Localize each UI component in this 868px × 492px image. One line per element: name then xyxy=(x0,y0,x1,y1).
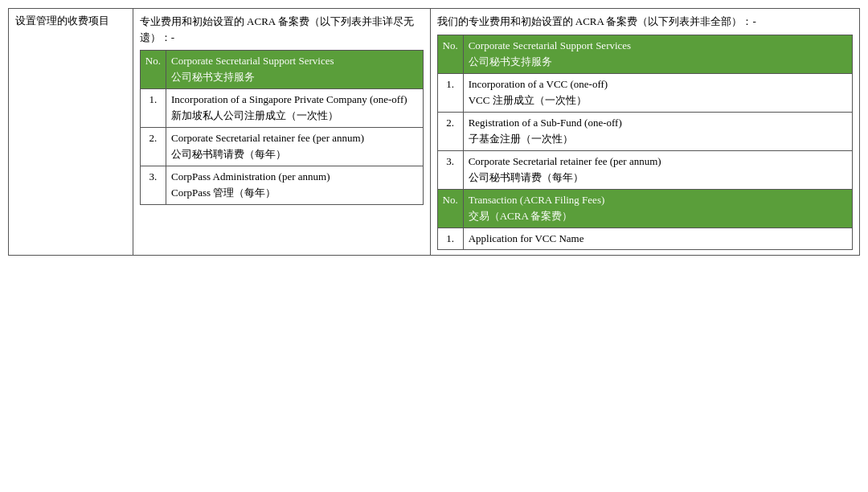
table-row: 1. Incorporation of a VCC (one-off) VCC … xyxy=(437,73,852,112)
col3-preamble: 我们的专业费用和初始设置的 ACRA 备案费（以下列表并非全部）：- xyxy=(437,15,756,27)
col3-header-service: Corporate Secretarial Support Services 公… xyxy=(463,35,852,73)
col2-header-service: Corporate Secretarial Support Services 公… xyxy=(166,51,423,89)
main-table: 设置管理的收费项目 专业费用和初始设置的 ACRA 备案费（以下列表并非详尽无遗… xyxy=(8,8,860,256)
row1-num: 1. xyxy=(140,89,166,128)
col2-preamble: 专业费用和初始设置的 ACRA 备案费（以下列表并非详尽无遗）：- xyxy=(140,15,414,43)
row2-content: Corporate Secretarial retainer fee (per … xyxy=(166,128,423,166)
row3-content: Corporate Secretarial retainer fee (per … xyxy=(463,150,852,189)
table-row: 2. Corporate Secretarial retainer fee (p… xyxy=(140,128,423,166)
row1-content: Incorporation of a Singapore Private Com… xyxy=(166,89,423,128)
table-row: 1. Incorporation of a Singapore Private … xyxy=(140,89,423,128)
col1-header-text: 设置管理的收费项目 xyxy=(15,14,109,27)
table-row-footer-green: No. Transaction (ACRA Filing Fees) 交易（AC… xyxy=(437,189,852,228)
table-row: 2. Registration of a Sub-Fund (one-off) … xyxy=(437,112,852,150)
row3-content: CorpPass Administration (per annum) Corp… xyxy=(166,166,423,205)
last-row-content: Application for VCC Name xyxy=(463,228,852,249)
col2-header-no: No. xyxy=(140,51,166,89)
table-row-last: 1. Application for VCC Name xyxy=(437,228,852,249)
table-row: 3. CorpPass Administration (per annum) C… xyxy=(140,166,423,205)
footer-service: Transaction (ACRA Filing Fees) 交易（ACRA 备… xyxy=(463,189,852,228)
table-row: 3. Corporate Secretarial retainer fee (p… xyxy=(437,150,852,189)
row2-num: 2. xyxy=(437,112,463,150)
last-row-num: 1. xyxy=(437,228,463,249)
row3-num: 3. xyxy=(437,150,463,189)
col3-inner-table: No. Corporate Secretarial Support Servic… xyxy=(437,35,853,250)
row1-num: 1. xyxy=(437,73,463,112)
row3-num: 3. xyxy=(140,166,166,205)
row2-content: Registration of a Sub-Fund (one-off) 子基金… xyxy=(463,112,852,150)
row2-num: 2. xyxy=(140,128,166,166)
col3-header-no: No. xyxy=(437,35,463,73)
col2-header-cell: 专业费用和初始设置的 ACRA 备案费（以下列表并非详尽无遗）：- No. Co… xyxy=(133,9,430,256)
footer-no: No. xyxy=(437,189,463,228)
col3-header-cell: 我们的专业费用和初始设置的 ACRA 备案费（以下列表并非全部）：- No. C… xyxy=(430,9,859,256)
col2-inner-table: No. Corporate Secretarial Support Servic… xyxy=(140,50,424,205)
col1-header-cell: 设置管理的收费项目 xyxy=(9,9,133,256)
row1-content: Incorporation of a VCC (one-off) VCC 注册成… xyxy=(463,73,852,112)
